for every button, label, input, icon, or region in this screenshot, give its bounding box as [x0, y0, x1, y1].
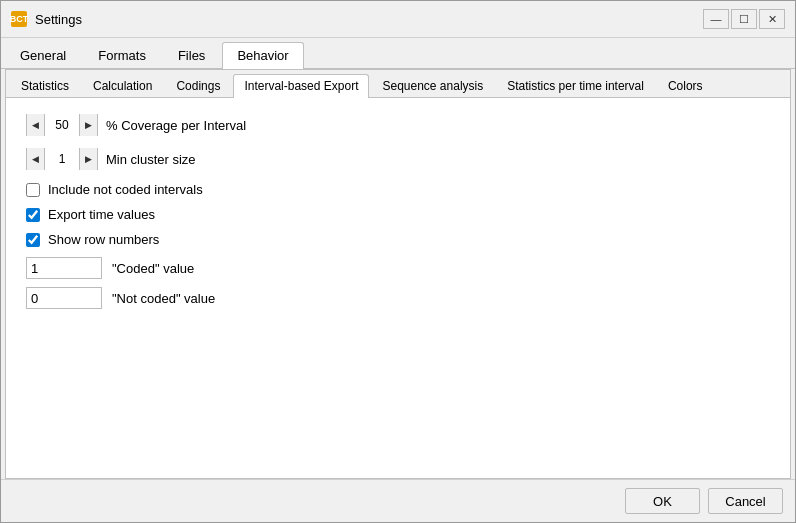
export-time-checkbox[interactable] — [26, 208, 40, 222]
tab-files[interactable]: Files — [163, 42, 220, 68]
sub-tab-statistics-time[interactable]: Statistics per time interval — [496, 74, 655, 97]
footer: OK Cancel — [1, 479, 795, 522]
coverage-row: ◀ ▶ % Coverage per Interval — [26, 114, 770, 136]
tab-behavior[interactable]: Behavior — [222, 42, 303, 69]
min-cluster-spinner: ◀ ▶ — [26, 148, 98, 170]
sub-tab-codings[interactable]: Codings — [165, 74, 231, 97]
min-cluster-row: ◀ ▶ Min cluster size — [26, 148, 770, 170]
coded-value-input[interactable] — [26, 257, 102, 279]
sub-tab-interval-export[interactable]: Interval-based Export — [233, 74, 369, 98]
settings-window: BCT Settings — ☐ ✕ General Formats Files… — [0, 0, 796, 523]
cancel-button[interactable]: Cancel — [708, 488, 783, 514]
coded-value-row: "Coded" value — [26, 257, 770, 279]
maximize-button[interactable]: ☐ — [731, 9, 757, 29]
not-coded-value-label: "Not coded" value — [112, 291, 215, 306]
sub-tab-statistics[interactable]: Statistics — [10, 74, 80, 97]
ok-button[interactable]: OK — [625, 488, 700, 514]
sub-tab-colors[interactable]: Colors — [657, 74, 714, 97]
content-area: Statistics Calculation Codings Interval-… — [5, 69, 791, 479]
export-time-label[interactable]: Export time values — [48, 207, 155, 222]
tab-formats[interactable]: Formats — [83, 42, 161, 68]
sub-tab-calculation[interactable]: Calculation — [82, 74, 163, 97]
include-not-coded-label[interactable]: Include not coded intervals — [48, 182, 203, 197]
coverage-label: % Coverage per Interval — [106, 118, 246, 133]
not-coded-value-row: "Not coded" value — [26, 287, 770, 309]
show-row-numbers-checkbox[interactable] — [26, 233, 40, 247]
show-row-numbers-label[interactable]: Show row numbers — [48, 232, 159, 247]
main-tab-bar: General Formats Files Behavior — [1, 38, 795, 69]
include-not-coded-checkbox[interactable] — [26, 183, 40, 197]
coverage-increment[interactable]: ▶ — [79, 114, 97, 136]
tab-general[interactable]: General — [5, 42, 81, 68]
coded-value-label: "Coded" value — [112, 261, 194, 276]
sub-tab-bar: Statistics Calculation Codings Interval-… — [6, 70, 790, 98]
window-controls: — ☐ ✕ — [703, 9, 785, 29]
sub-tab-sequence-analysis[interactable]: Sequence analysis — [371, 74, 494, 97]
cluster-decrement[interactable]: ◀ — [27, 148, 45, 170]
min-cluster-label: Min cluster size — [106, 152, 196, 167]
minimize-button[interactable]: — — [703, 9, 729, 29]
cluster-increment[interactable]: ▶ — [79, 148, 97, 170]
titlebar: BCT Settings — ☐ ✕ — [1, 1, 795, 38]
export-time-row: Export time values — [26, 207, 770, 222]
coverage-decrement[interactable]: ◀ — [27, 114, 45, 136]
window-title: Settings — [35, 12, 695, 27]
show-row-numbers-row: Show row numbers — [26, 232, 770, 247]
include-not-coded-row: Include not coded intervals — [26, 182, 770, 197]
coverage-value[interactable] — [45, 114, 79, 136]
close-button[interactable]: ✕ — [759, 9, 785, 29]
cluster-value[interactable] — [45, 148, 79, 170]
interval-export-panel: ◀ ▶ % Coverage per Interval ◀ ▶ Min clus… — [6, 98, 790, 478]
not-coded-value-input[interactable] — [26, 287, 102, 309]
app-icon: BCT — [11, 11, 27, 27]
coverage-spinner: ◀ ▶ — [26, 114, 98, 136]
